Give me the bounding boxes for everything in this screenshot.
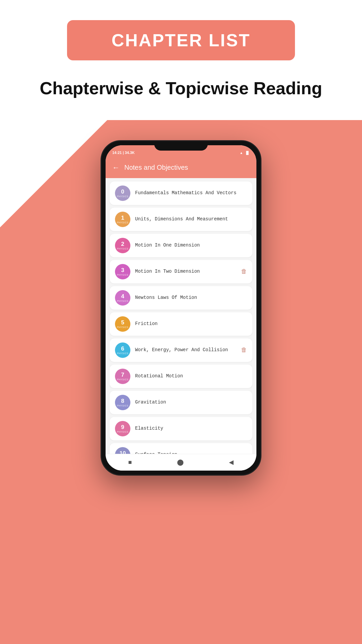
chapter-number: 5 [121,320,124,325]
chapter-circle: 9PHYSICS [115,421,130,436]
chapter-circle-label: PHYSICS [117,221,128,224]
chapter-title: Motion In Two Dimension [135,268,236,275]
chapter-title: Newtons Laws Of Motion [135,294,247,301]
banner-title: CHAPTER LIST [112,31,250,50]
app-title: Notes and Objectives [124,164,188,171]
chapter-number: 6 [121,346,124,352]
chapter-number: 10 [120,450,126,454]
chapter-circle-label: PHYSICS [117,274,128,276]
chapter-circle-label: PHYSICS [117,195,128,198]
phone-frame: 14:21 | 34.3K ▲ ▐▌ ← Notes and Objective… [101,140,261,476]
bottom-section: 14:21 | 34.3K ▲ ▐▌ ← Notes and Objective… [0,120,362,644]
chapter-item[interactable]: 9PHYSICSElasticity [110,417,252,440]
chapter-list: 0PHYSICSFundamentals Mathematics And Vec… [106,178,256,454]
battery-icon: ▐▌ [245,151,250,155]
chapter-number: 7 [121,372,124,378]
chapter-number: 9 [121,424,124,430]
chapter-circle: 2PHYSICS [115,238,130,253]
chapter-circle-label: PHYSICS [117,326,128,328]
chapter-number: 1 [121,215,124,221]
chapter-list-banner: CHAPTER LIST [67,20,295,60]
chapter-number: 2 [121,241,124,247]
chapter-circle-label: PHYSICS [117,352,128,355]
chapter-title: Fundamentals Mathematics And Vectors [135,190,247,197]
chapter-title: Rotational Motion [135,373,247,380]
delete-icon[interactable]: 🗑 [241,346,247,354]
top-section: CHAPTER LIST Chapterwise & Topicwise Rea… [0,0,362,100]
chapter-item[interactable]: 4PHYSICSNewtons Laws Of Motion [110,286,252,310]
chapter-circle: 5PHYSICS [115,316,130,332]
chapter-item[interactable]: 5PHYSICSFriction [110,312,252,336]
chapter-title: Work, Energy, Power And Collision [135,347,236,354]
phone-screen: 14:21 | 34.3K ▲ ▐▌ ← Notes and Objective… [106,145,256,471]
chapter-circle: 0PHYSICS [115,185,130,201]
chapter-title: Gravitation [135,399,247,406]
chapter-circle: 6PHYSICS [115,342,130,358]
status-icons: ▲ ▐▌ [240,151,250,155]
chapter-item[interactable]: 0PHYSICSFundamentals Mathematics And Vec… [110,181,252,205]
chapter-circle-label: PHYSICS [117,248,128,250]
chapter-item[interactable]: 3PHYSICSMotion In Two Dimension🗑 [110,260,252,283]
chapter-item[interactable]: 6PHYSICSWork, Energy, Power And Collisio… [110,338,252,362]
chapter-circle: 10PHYSICS [115,447,130,454]
back-nav-icon[interactable]: ◀ [229,459,234,466]
chapter-number: 4 [121,293,124,299]
chapter-circle-label: PHYSICS [117,405,128,407]
chapter-circle: 4PHYSICS [115,290,130,306]
chapter-title: Friction [135,321,247,327]
chapter-circle: 7PHYSICS [115,369,130,384]
chapter-circle-label: PHYSICS [117,378,128,381]
page-subtitle: Chapterwise & Topicwise Reading [40,77,322,100]
status-time: 14:21 | 34.3K [112,151,135,155]
chapter-item[interactable]: 8PHYSICSGravitation [110,391,252,414]
chapter-item[interactable]: 7PHYSICSRotational Motion [110,365,252,388]
chapter-circle: 3PHYSICS [115,264,130,279]
bottom-nav: ■ ⬤ ◀ [106,454,256,471]
chapter-circle: 1PHYSICS [115,212,130,227]
chapter-title: Elasticity [135,425,247,432]
stop-icon[interactable]: ■ [128,459,132,466]
chapter-number: 3 [121,267,124,273]
delete-icon[interactable]: 🗑 [241,268,247,275]
chapter-item[interactable]: 2PHYSICSMotion In One Dimension [110,234,252,257]
chapter-title: Motion In One Dimension [135,242,247,249]
chapter-circle: 8PHYSICS [115,395,130,410]
chapter-item[interactable]: 1PHYSICSUnits, Dimensions And Measuremen… [110,208,252,231]
phone-notch [154,141,208,151]
chapter-circle-label: PHYSICS [117,300,128,302]
chapter-number: 8 [121,398,124,404]
chapter-circle-label: PHYSICS [117,431,128,433]
chapter-number: 0 [121,189,124,195]
chapter-title: Surface Tension [135,451,247,454]
wifi-icon: ▲ [240,151,243,155]
app-header: ← Notes and Objectives [106,159,256,178]
chapter-title: Units, Dimensions And Measurement [135,216,247,223]
back-button[interactable]: ← [112,163,120,172]
home-icon[interactable]: ⬤ [177,459,184,466]
chapter-item[interactable]: 10PHYSICSSurface Tension [110,443,252,454]
